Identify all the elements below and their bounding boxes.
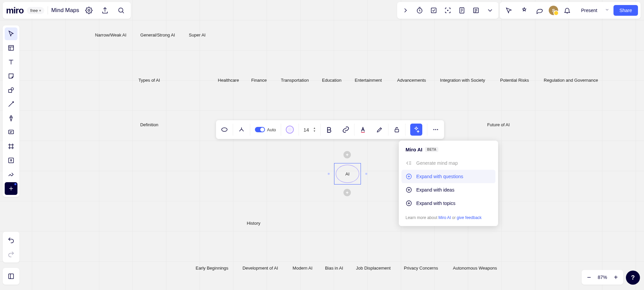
settings-icon[interactable] <box>83 4 95 17</box>
ctx-more[interactable] <box>427 120 444 139</box>
node-finance[interactable]: Finance <box>251 78 267 83</box>
node-types-of-ai[interactable]: Types of AI <box>139 78 160 83</box>
ctx-link[interactable] <box>337 120 354 139</box>
timer-icon[interactable] <box>413 4 426 17</box>
search-icon[interactable] <box>115 4 127 17</box>
ctx-shape-style[interactable] <box>216 120 233 139</box>
ctx-color[interactable] <box>281 120 299 139</box>
node-transportation[interactable]: Transportation <box>281 78 309 83</box>
topbar-collab: S Present Share <box>500 2 641 19</box>
ai-expand-ideas[interactable]: Expand with ideas <box>399 183 498 197</box>
node-future-of-ai[interactable]: Future of AI <box>487 122 509 127</box>
help-button[interactable]: ? <box>626 271 640 285</box>
beta-badge: BETA <box>425 147 438 152</box>
node-job-displacement[interactable]: Job Displacement <box>356 266 390 271</box>
cursor-track-icon[interactable] <box>502 4 515 17</box>
node-general-ai[interactable]: General/Strong AI <box>140 32 175 38</box>
line-tool[interactable] <box>5 98 17 111</box>
svg-rect-10 <box>9 130 14 134</box>
node-development[interactable]: Development of AI <box>243 266 278 271</box>
svg-point-4 <box>447 10 448 11</box>
select-tool[interactable] <box>5 27 17 40</box>
node-center-ai[interactable]: AI <box>334 163 361 185</box>
estimation-icon[interactable] <box>455 4 468 17</box>
board-title[interactable]: Mind Maps <box>51 7 79 14</box>
add-child-top[interactable]: + <box>343 151 351 158</box>
ctx-bold[interactable] <box>321 120 337 139</box>
ctx-lock[interactable] <box>388 120 405 139</box>
svg-point-13 <box>222 128 227 132</box>
node-regulation[interactable]: Regulation and Governance <box>544 78 598 83</box>
ctx-ai-button[interactable] <box>406 120 427 139</box>
frame-tool[interactable] <box>5 140 17 153</box>
handle-left[interactable] <box>328 173 330 175</box>
node-privacy[interactable]: Privacy Concerns <box>404 266 438 271</box>
ctx-highlight[interactable] <box>371 120 388 139</box>
svg-point-9 <box>11 88 13 90</box>
note-icon[interactable] <box>470 4 482 17</box>
node-autonomous-weapons[interactable]: Autonomous Weapons <box>453 266 497 271</box>
comment-placer-tool[interactable] <box>5 126 17 139</box>
plan-badge[interactable]: free <box>27 7 44 14</box>
comment-icon[interactable] <box>533 4 546 17</box>
sticky-note-tool[interactable] <box>5 70 17 82</box>
panel-toggle[interactable] <box>5 270 17 283</box>
present-dropdown-icon[interactable] <box>605 7 611 13</box>
export-icon[interactable] <box>99 4 111 17</box>
ai-expand-topics[interactable]: Expand with topics <box>399 197 498 210</box>
upload-tool[interactable] <box>5 154 17 167</box>
add-tool[interactable] <box>5 182 17 195</box>
pen-tool[interactable] <box>5 112 17 125</box>
collapse-icon[interactable] <box>399 4 412 17</box>
focus-icon[interactable] <box>441 4 454 17</box>
font-size-up[interactable]: ▲ <box>313 127 316 130</box>
node-history[interactable]: History <box>247 221 260 226</box>
canvas-grid[interactable] <box>0 0 644 290</box>
node-integration[interactable]: Integration with Society <box>440 78 485 83</box>
node-modern-ai[interactable]: Modern AI <box>292 266 312 271</box>
handle-right[interactable] <box>365 173 367 175</box>
bell-icon[interactable] <box>561 4 574 17</box>
topbar-left: miro free Mind Maps <box>3 2 131 19</box>
zoom-in-button[interactable]: + <box>612 274 620 281</box>
node-bias[interactable]: Bias in AI <box>325 266 343 271</box>
vote-icon[interactable] <box>427 4 440 17</box>
add-child-bottom[interactable]: + <box>343 189 351 196</box>
svg-rect-8 <box>9 89 12 92</box>
undo-button[interactable] <box>5 234 17 246</box>
present-button[interactable]: Present <box>576 6 602 15</box>
ai-generate-mind-map[interactable]: Generate mind map <box>399 156 498 170</box>
ai-expand-questions[interactable]: Expand with questions <box>401 170 495 183</box>
node-education[interactable]: Education <box>322 78 341 83</box>
node-advancements[interactable]: Advancements <box>397 78 426 83</box>
ctx-font-size[interactable]: 14▲▼ <box>299 120 321 139</box>
share-button[interactable]: Share <box>613 5 638 16</box>
zoom-out-button[interactable]: − <box>585 274 593 281</box>
ctx-auto-layout-toggle[interactable]: Auto <box>250 120 281 139</box>
user-avatar[interactable]: S <box>549 6 558 15</box>
ctx-branch-style[interactable] <box>233 120 250 139</box>
redo-button[interactable] <box>5 248 17 261</box>
shape-tool[interactable] <box>5 84 17 96</box>
zoom-controls: − 87% + <box>582 270 623 285</box>
font-size-down[interactable]: ▼ <box>313 130 316 133</box>
more-apps-tool[interactable] <box>5 168 17 181</box>
miro-logo[interactable]: miro <box>6 5 23 16</box>
miro-ai-link[interactable]: Miro AI <box>438 215 451 220</box>
chevron-down-icon[interactable] <box>484 4 496 17</box>
node-potential-risks[interactable]: Potential Risks <box>500 78 529 83</box>
node-super-ai[interactable]: Super AI <box>189 32 206 38</box>
give-feedback-link[interactable]: give feedback <box>457 215 482 220</box>
node-early-beginnings[interactable]: Early Beginnings <box>196 266 228 271</box>
node-narrow-ai[interactable]: Narrow/Weak AI <box>95 32 126 38</box>
node-healthcare[interactable]: Healthcare <box>218 78 239 83</box>
text-tool[interactable] <box>5 56 17 68</box>
template-tool[interactable] <box>5 42 17 54</box>
node-definition[interactable]: Definition <box>140 122 158 127</box>
ai-popover-footer: Learn more about Miro AI or give feedbac… <box>399 210 498 221</box>
node-entertainment[interactable]: Entertainment <box>355 78 382 83</box>
ctx-text-color[interactable] <box>355 120 371 139</box>
zoom-percent[interactable]: 87% <box>598 275 607 280</box>
svg-point-1 <box>119 8 123 12</box>
reactions-icon[interactable] <box>518 4 531 17</box>
